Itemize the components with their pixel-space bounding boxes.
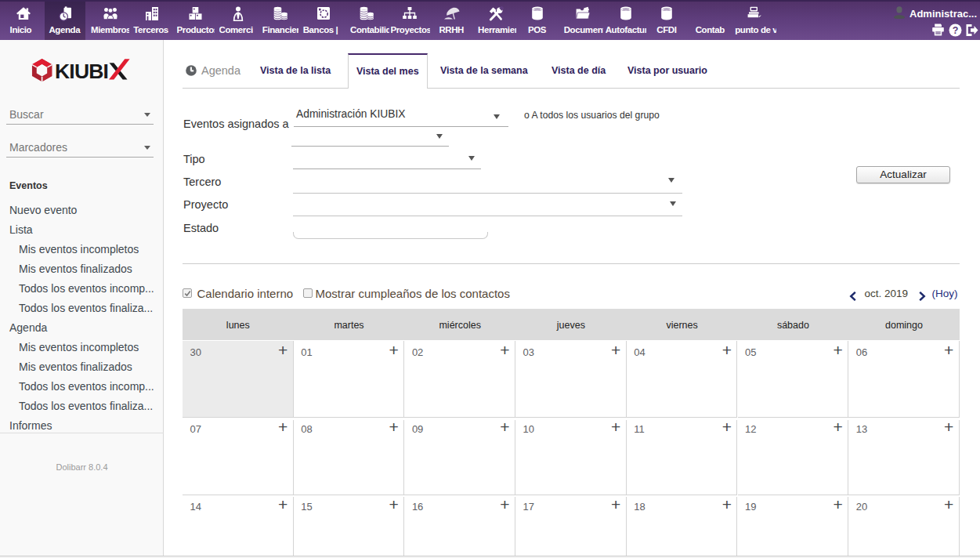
svg-text:?: ?: [953, 25, 959, 36]
svg-text:KIUBI: KIUBI: [55, 60, 108, 83]
